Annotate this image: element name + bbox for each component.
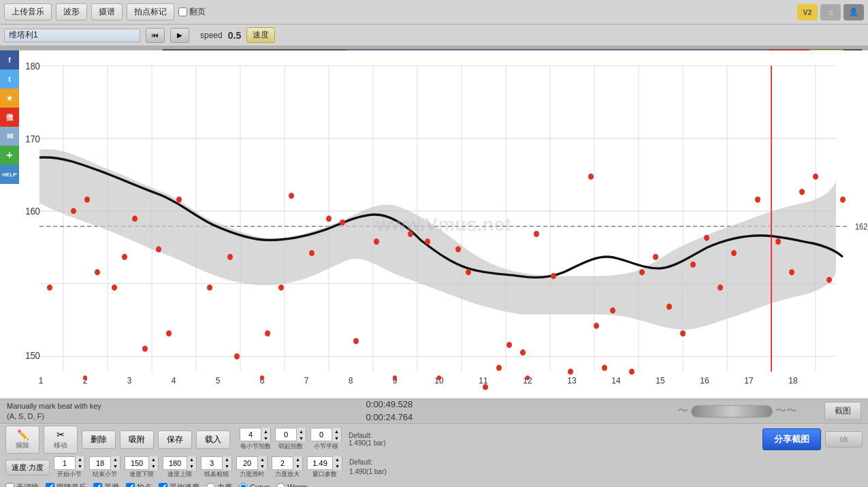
move-button[interactable]: ✂ 移动 xyxy=(44,426,78,454)
waveform-button[interactable]: 波形 xyxy=(56,3,87,20)
line-thickness-input[interactable] xyxy=(202,457,222,469)
beats-per-bar-input[interactable] xyxy=(240,428,261,441)
chart-area: www.Vmus.net xyxy=(0,50,868,398)
svg-point-68 xyxy=(507,342,512,348)
svg-text:3: 3 xyxy=(127,375,132,386)
window-params-input[interactable] xyxy=(308,457,332,469)
v2-icon[interactable]: V2 xyxy=(797,4,818,20)
twitter-button[interactable]: t xyxy=(0,69,19,89)
barshift-up[interactable]: ▲ xyxy=(332,428,341,435)
svg-point-47 xyxy=(142,346,148,352)
forceamp-up[interactable]: ▲ xyxy=(293,456,302,463)
endbar-down[interactable]: ▼ xyxy=(110,463,120,470)
svg-point-86 xyxy=(755,197,760,203)
share-screenshot-button[interactable]: 分享截图 xyxy=(762,428,821,450)
speed-high-input[interactable] xyxy=(163,457,187,469)
beat-checkbox[interactable] xyxy=(126,483,135,488)
weibo-button[interactable]: 微 xyxy=(0,108,19,127)
speedlow-up[interactable]: ▲ xyxy=(148,456,158,463)
svg-point-67 xyxy=(496,365,502,371)
forcesmooth-up[interactable]: ▲ xyxy=(257,456,267,463)
svg-text:16: 16 xyxy=(700,375,709,386)
ok-button[interactable]: ok xyxy=(825,431,863,447)
worm-radio[interactable] xyxy=(276,483,285,488)
track-name-input[interactable] xyxy=(4,29,140,42)
jietu-button[interactable]: 截图 xyxy=(824,402,861,420)
svg-point-53 xyxy=(234,354,240,360)
avg-speed-checkbox[interactable] xyxy=(159,483,167,488)
speed-high-spinner: ▲ ▼ 速度上限 xyxy=(163,456,197,479)
speed-label: speed xyxy=(200,31,223,40)
linethick-up[interactable]: ▲ xyxy=(222,456,231,463)
svg-point-57 xyxy=(309,250,315,256)
user-icon[interactable]: 👤 xyxy=(843,4,864,20)
mute-checkbox[interactable] xyxy=(5,483,14,488)
facebook-button[interactable]: f xyxy=(0,50,19,69)
wave-slider[interactable] xyxy=(691,405,773,418)
forceamp-down[interactable]: ▼ xyxy=(293,463,302,470)
force-amplify-input[interactable] xyxy=(272,457,293,469)
help-button[interactable]: HELP xyxy=(0,165,19,184)
end-bar-input[interactable] xyxy=(90,457,110,469)
svg-point-79 xyxy=(653,254,658,260)
smooth-checkbox[interactable] xyxy=(93,483,102,488)
speed-force-button[interactable]: 速度·力度 xyxy=(5,460,50,475)
startbar-down[interactable]: ▼ xyxy=(75,463,84,470)
start-bar-input[interactable] xyxy=(54,457,75,469)
svg-point-78 xyxy=(639,269,645,275)
absorb-button[interactable]: 吸附 xyxy=(120,430,154,449)
force-radio-label: 力度 xyxy=(206,482,232,488)
play-button[interactable]: ▶ xyxy=(170,28,189,43)
bottom-status-bar: Manually mark beat with key (A, S, D, F)… xyxy=(0,399,868,424)
end-bar-spinner: ▲ ▼ 结束小节 xyxy=(89,456,120,479)
favorite-button[interactable]: ★ xyxy=(0,89,19,108)
beats-down[interactable]: ▼ xyxy=(261,435,270,441)
svg-point-85 xyxy=(731,250,737,256)
svg-point-91 xyxy=(813,174,818,180)
svg-text:7: 7 xyxy=(304,375,309,386)
pickup-up[interactable]: ▲ xyxy=(296,428,306,435)
beat-mark-button[interactable]: 拍点标记 xyxy=(127,3,174,20)
forcesmooth-down[interactable]: ▼ xyxy=(257,463,267,470)
avg-speed-checkbox-label: 平均速度 xyxy=(159,482,199,488)
beats-up[interactable]: ▲ xyxy=(261,428,270,435)
force-smooth-input[interactable] xyxy=(237,457,257,469)
force-amplify-spinner: ▲ ▼ 力度放大 xyxy=(272,456,303,479)
speedhigh-up[interactable]: ▲ xyxy=(187,456,196,463)
add-button[interactable]: + xyxy=(0,146,19,165)
svg-text:180: 180 xyxy=(25,60,40,72)
speedlow-down[interactable]: ▼ xyxy=(148,463,158,470)
startbar-up[interactable]: ▲ xyxy=(75,456,84,463)
speed-low-input[interactable] xyxy=(125,457,148,469)
flip-checkbox[interactable] xyxy=(178,7,187,16)
speed-confirm-button[interactable]: 速度 xyxy=(246,27,275,43)
erase-button[interactable]: ✏️ 操除 xyxy=(5,426,39,454)
svg-point-88 xyxy=(775,238,781,245)
curve-radio[interactable] xyxy=(239,483,248,488)
upload-music-button[interactable]: 上传音乐 xyxy=(4,3,52,20)
svg-point-83 xyxy=(704,235,709,241)
window-down[interactable]: ▼ xyxy=(332,463,342,470)
chart-inner: www.Vmus.net xyxy=(19,50,868,398)
capture-button[interactable]: 摄谱 xyxy=(91,3,123,20)
wave-right-icon: 〜〜 xyxy=(775,404,797,418)
svg-point-72 xyxy=(568,368,573,375)
linethick-down[interactable]: ▼ xyxy=(222,463,231,470)
delete-button[interactable]: 删除 xyxy=(82,430,116,449)
pickup-beats-input[interactable] xyxy=(276,428,296,441)
default-value-display: Default: 1.490(1 bar) xyxy=(349,458,386,477)
speedhigh-down[interactable]: ▼ xyxy=(187,463,196,470)
bar-shift-input[interactable] xyxy=(311,428,332,441)
follow-music-checkbox[interactable] xyxy=(46,483,54,488)
mail-button[interactable]: ✉ xyxy=(0,127,19,146)
load-button[interactable]: 载入 xyxy=(196,430,230,449)
pickup-down[interactable]: ▼ xyxy=(296,435,306,441)
chart-svg[interactable]: 180 170 160 150 162.0 xyxy=(19,50,868,398)
force-radio[interactable] xyxy=(206,483,215,488)
endbar-up[interactable]: ▲ xyxy=(110,456,120,463)
save-button[interactable]: 保存 xyxy=(158,430,192,449)
rewind-button[interactable]: ⏮ xyxy=(146,28,165,43)
home-icon[interactable]: ⌂ xyxy=(820,4,841,20)
window-up[interactable]: ▲ xyxy=(332,456,342,463)
barshift-down[interactable]: ▼ xyxy=(332,435,341,441)
